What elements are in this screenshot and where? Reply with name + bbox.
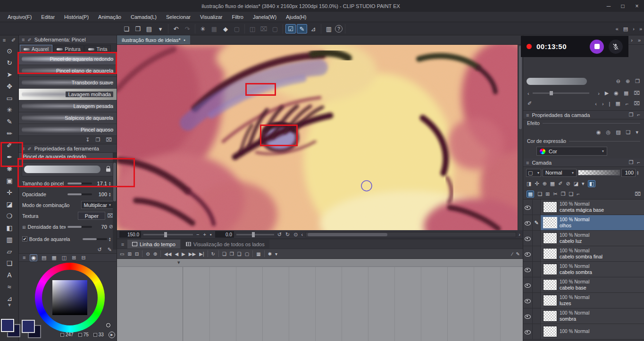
delete-cel-icon[interactable]: ❑	[237, 251, 242, 257]
selection-pen-icon[interactable]: ✎	[297, 24, 307, 33]
collapse-all-icon[interactable]: «	[615, 26, 619, 32]
clear-icon[interactable]: ✳	[198, 24, 208, 33]
brush-tool-icon[interactable]: ✐	[0, 139, 19, 151]
menu-item[interactable]: Selecionar	[161, 12, 195, 22]
dock-icon[interactable]: ⌐	[625, 101, 629, 107]
collapse-panel-icon[interactable]: ⊟	[80, 255, 86, 261]
menu-item[interactable]: Animação	[93, 12, 126, 22]
layer-thumbnail-switcher[interactable]	[526, 169, 541, 177]
layer-thumbnail[interactable]	[543, 295, 557, 306]
timeline-frames[interactable]	[117, 259, 523, 341]
play-icon[interactable]: ▶	[182, 251, 185, 257]
brush-item[interactable]: Lavagem pesada	[19, 100, 117, 112]
close-panel-icon[interactable]: ⌐	[636, 112, 641, 118]
mask-icon[interactable]: ✐	[558, 181, 562, 187]
float-panel-icon[interactable]: ❐	[628, 159, 635, 166]
delete-layer-icon[interactable]: ⌧	[635, 191, 641, 197]
line-tool-icon[interactable]: ∕	[512, 251, 513, 257]
secondary-color-swatch[interactable]	[22, 320, 35, 333]
merge-below-icon[interactable]: ❑	[569, 191, 574, 197]
selection-launcher-icon[interactable]: ☑	[285, 24, 296, 33]
track-list[interactable]	[117, 267, 183, 341]
panel-menu-icon[interactable]	[22, 146, 25, 151]
expand-icon[interactable]: ›	[630, 37, 634, 43]
menu-item[interactable]: História(P)	[59, 12, 93, 22]
texture-button[interactable]: Paper	[78, 212, 105, 220]
mixing-tab-icon[interactable]: ◫	[61, 255, 67, 261]
redo-icon[interactable]: ↷	[182, 24, 192, 33]
scroll-right-arrow[interactable]: ›	[519, 232, 520, 237]
eyedropper-icon[interactable]: ✐	[527, 100, 533, 107]
menu-item[interactable]: Visualizar	[195, 12, 227, 22]
layer-row[interactable]: 100 % Normalcabelo sombra final	[523, 246, 644, 262]
brush-item[interactable]: Salpicos de aquarela	[19, 112, 117, 124]
texture-density-slider[interactable]	[67, 226, 92, 228]
layer-thumbnail[interactable]	[543, 279, 557, 291]
menu-item[interactable]: Filtro	[227, 12, 248, 22]
expander-icon[interactable]	[22, 224, 26, 230]
deselect-icon[interactable]: ◫	[247, 24, 258, 33]
lock-transparent-icon[interactable]: ⊕	[543, 181, 547, 187]
layer-thumbnail[interactable]	[543, 201, 557, 213]
specify-cels-icon[interactable]: ❐	[230, 251, 234, 257]
main-color-swatch[interactable]	[1, 319, 14, 332]
brush-item[interactable]: Pincel plano de aquarela	[19, 65, 117, 77]
subtool-tab-tinta[interactable]: Tinta	[84, 45, 111, 53]
color-expand-icon[interactable]	[109, 332, 115, 338]
clip-below-icon[interactable]: ◨	[527, 181, 531, 187]
rotation-slider[interactable]	[236, 234, 274, 235]
frames-grid[interactable]	[184, 267, 523, 341]
watercolor-edge-icon[interactable]: ◎	[605, 129, 612, 135]
stop-recording-button[interactable]	[590, 40, 604, 54]
color-wheel-tab-icon[interactable]: ◉	[30, 254, 37, 261]
expand-all-icon[interactable]: »	[637, 37, 642, 43]
layer-thumbnail[interactable]	[543, 326, 557, 337]
ruler-icon[interactable]: ◪	[574, 181, 578, 187]
zoom-slider-thumb[interactable]	[164, 232, 167, 237]
layer-row[interactable]: ✎100 % Normalolhos	[523, 215, 644, 231]
close-button[interactable]: ×	[630, 0, 644, 12]
layer-row[interactable]: 100 % Normalcabelo base	[523, 277, 644, 293]
visibility-cell[interactable]	[523, 293, 533, 308]
canvas-area[interactable]	[117, 45, 523, 230]
layer-opacity-stepper[interactable]	[637, 170, 641, 175]
rotate-canvas-tool-icon[interactable]: ↻	[0, 57, 19, 68]
canvas-v-scrollbar[interactable]	[518, 45, 523, 230]
panel-menu-icon[interactable]	[526, 160, 529, 166]
layer-thumbnail[interactable]	[543, 248, 557, 259]
tool-strip-scroll-down-icon[interactable]: ▾	[0, 302, 19, 308]
new-file-icon[interactable]: ❏	[121, 24, 132, 33]
loop-icon[interactable]: ↻	[211, 251, 215, 257]
divider-icon[interactable]: |	[608, 101, 611, 107]
zoom-in-icon[interactable]: +	[202, 232, 207, 237]
effect-caret-icon[interactable]: ▾	[635, 129, 639, 135]
panel-grid-icon[interactable]: ▤	[622, 26, 629, 32]
opacity-value[interactable]: 100	[94, 191, 107, 197]
expand-icon[interactable]: ›	[632, 26, 636, 32]
grid-icon[interactable]: ▥	[324, 24, 334, 33]
layer-opacity-slider[interactable]	[578, 170, 620, 175]
eyedropper-tool-icon[interactable]: ✒	[0, 151, 19, 163]
layer-thumbnail[interactable]	[543, 264, 557, 275]
layer-opacity-value[interactable]: 100	[621, 169, 636, 177]
subtool-tab-aquarel[interactable]: Aquarel	[20, 45, 52, 53]
selection-tool-icon[interactable]: ▭	[0, 92, 19, 104]
lock-icon[interactable]	[106, 168, 110, 172]
move-tool-icon[interactable]: ✥	[0, 80, 19, 92]
close-panel-icon[interactable]: ⌐	[636, 159, 641, 166]
brush-size-value[interactable]: 17.1	[94, 181, 107, 186]
layer-row[interactable]: 100 % Normalcaneta mágica base	[523, 200, 644, 215]
color-slider-tab-icon[interactable]: ▤	[41, 255, 47, 261]
h-scroll-thumb[interactable]	[308, 233, 387, 236]
visibility-cell[interactable]	[523, 262, 533, 277]
layer-thumbnail[interactable]	[543, 310, 557, 322]
new-raster-layer-icon[interactable]: ❏	[537, 191, 542, 197]
layer-row[interactable]: 100 % Normalsombra	[523, 308, 644, 324]
undo-icon[interactable]: ↶	[171, 24, 181, 33]
timeline-list-icon[interactable]: ▭	[120, 251, 124, 257]
search-icon[interactable]: ◉	[613, 90, 619, 96]
border-effect-icon[interactable]: ◉	[595, 129, 602, 135]
subtool-tab-pintura[interactable]: Pintura	[53, 45, 84, 53]
panel-menu-icon[interactable]	[526, 112, 529, 118]
layer-thumbnail[interactable]	[543, 233, 557, 244]
